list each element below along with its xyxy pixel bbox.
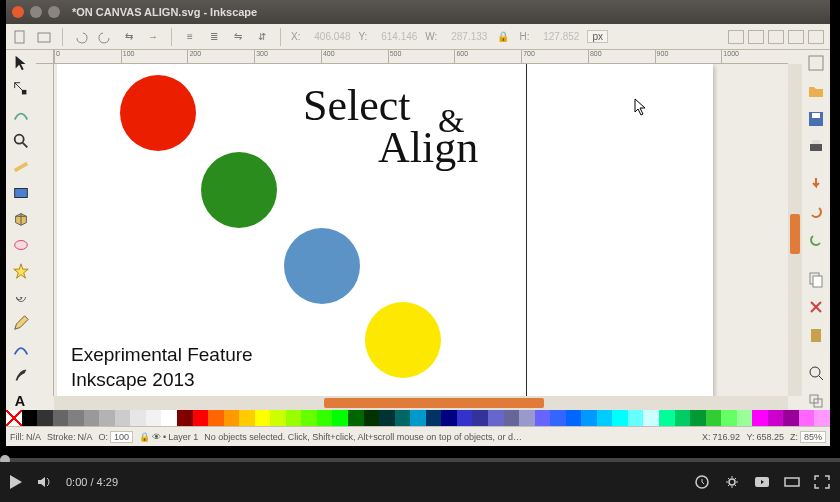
swatch[interactable] (115, 410, 131, 426)
flip-v-icon[interactable]: ⇵ (254, 29, 270, 45)
footer-line1[interactable]: Exeprimental Feature (71, 344, 253, 366)
snap-button-3[interactable] (768, 30, 784, 44)
calligraphy-tool-icon[interactable] (11, 366, 31, 384)
import-icon[interactable] (807, 176, 825, 194)
yellow-circle[interactable] (365, 302, 441, 378)
swatch[interactable] (612, 410, 628, 426)
fullscreen-icon[interactable] (814, 475, 830, 489)
swatch[interactable] (814, 410, 830, 426)
snap-button-1[interactable] (728, 30, 744, 44)
redo-icon[interactable] (97, 29, 113, 45)
tweak-tool-icon[interactable] (11, 106, 31, 124)
spiral-tool-icon[interactable] (11, 288, 31, 306)
arrow-icon[interactable]: → (145, 29, 161, 45)
save-icon[interactable] (807, 110, 825, 128)
swatch[interactable] (799, 410, 815, 426)
unit-selector[interactable]: px (587, 30, 608, 43)
swatch[interactable] (535, 410, 551, 426)
zoom-field[interactable]: Z:85% (790, 431, 826, 443)
settings-icon[interactable] (724, 475, 740, 489)
undo2-icon[interactable] (807, 204, 825, 222)
swatch[interactable] (37, 410, 53, 426)
swatch[interactable] (286, 410, 302, 426)
stroke-indicator[interactable]: Stroke:N/A (47, 432, 93, 442)
swatch[interactable] (84, 410, 100, 426)
redo2-icon[interactable] (807, 232, 825, 250)
x-field[interactable]: X:406.048 (291, 31, 350, 42)
open-file-icon[interactable] (807, 82, 825, 100)
bezier-tool-icon[interactable] (11, 340, 31, 358)
swatch[interactable] (783, 410, 799, 426)
eye-icon[interactable]: 👁 (152, 432, 161, 442)
swatch[interactable] (659, 410, 675, 426)
swatch[interactable] (208, 410, 224, 426)
swatch[interactable] (721, 410, 737, 426)
star-tool-icon[interactable] (11, 262, 31, 280)
swatch[interactable] (130, 410, 146, 426)
swatch[interactable] (68, 410, 84, 426)
swatch[interactable] (643, 410, 659, 426)
zoom-tool-icon[interactable] (11, 132, 31, 150)
swatch[interactable] (146, 410, 162, 426)
opacity-field[interactable]: O:100 (99, 431, 134, 443)
swatch[interactable] (488, 410, 504, 426)
ellipse-tool-icon[interactable] (11, 236, 31, 254)
swatch[interactable] (239, 410, 255, 426)
swatch[interactable] (597, 410, 613, 426)
green-circle[interactable] (201, 152, 277, 228)
watch-later-icon[interactable] (694, 475, 710, 489)
undo-icon[interactable] (73, 29, 89, 45)
swatch[interactable] (737, 410, 753, 426)
swatch[interactable] (519, 410, 535, 426)
link-icon[interactable]: ⇆ (121, 29, 137, 45)
swatch[interactable] (504, 410, 520, 426)
snap-button-2[interactable] (748, 30, 764, 44)
window-minimize-button[interactable] (30, 6, 42, 18)
blue-circle[interactable] (284, 228, 360, 304)
swatch[interactable] (426, 410, 442, 426)
swatch[interactable] (566, 410, 582, 426)
lock-aspect-icon[interactable]: 🔒 (495, 29, 511, 45)
swatch[interactable] (581, 410, 597, 426)
swatch[interactable] (768, 410, 784, 426)
swatch[interactable] (53, 410, 69, 426)
play-button-icon[interactable] (10, 475, 22, 489)
window-close-button[interactable] (12, 6, 24, 18)
swatch[interactable] (457, 410, 473, 426)
h-field[interactable]: H:127.852 (519, 31, 579, 42)
swatch[interactable] (317, 410, 333, 426)
lock-icon[interactable]: 🔒 (139, 432, 150, 442)
paste-icon[interactable] (807, 326, 825, 344)
duplicate-icon[interactable] (807, 392, 825, 410)
swatch[interactable] (706, 410, 722, 426)
swatch[interactable] (161, 410, 177, 426)
selector-tool-icon[interactable] (11, 54, 31, 72)
measure-tool-icon[interactable] (11, 158, 31, 176)
volume-control[interactable] (36, 474, 52, 490)
swatch[interactable] (6, 410, 22, 426)
swatch[interactable] (348, 410, 364, 426)
swatch[interactable] (270, 410, 286, 426)
window-maximize-button[interactable] (48, 6, 60, 18)
cut-icon[interactable] (807, 298, 825, 316)
swatch[interactable] (177, 410, 193, 426)
swatch[interactable] (224, 410, 240, 426)
print-icon[interactable] (807, 138, 825, 156)
canvas[interactable]: Select & Align Exeprimental Feature Inks… (54, 64, 788, 396)
y-field[interactable]: Y:614.146 (358, 31, 417, 42)
swatch[interactable] (364, 410, 380, 426)
swatch[interactable] (550, 410, 566, 426)
swatch[interactable] (690, 410, 706, 426)
rectangle-tool-icon[interactable] (11, 184, 31, 202)
text-tool-icon[interactable]: A (11, 392, 31, 410)
pencil-tool-icon[interactable] (11, 314, 31, 332)
align-raise-icon[interactable]: ≡ (182, 29, 198, 45)
swatch[interactable] (675, 410, 691, 426)
snap-button-5[interactable] (808, 30, 824, 44)
3dbox-tool-icon[interactable] (11, 210, 31, 228)
swatch[interactable] (255, 410, 271, 426)
snap-button-4[interactable] (788, 30, 804, 44)
vertical-scrollbar[interactable] (788, 64, 802, 396)
swatch[interactable] (22, 410, 38, 426)
fill-indicator[interactable]: Fill:N/A (10, 432, 41, 442)
